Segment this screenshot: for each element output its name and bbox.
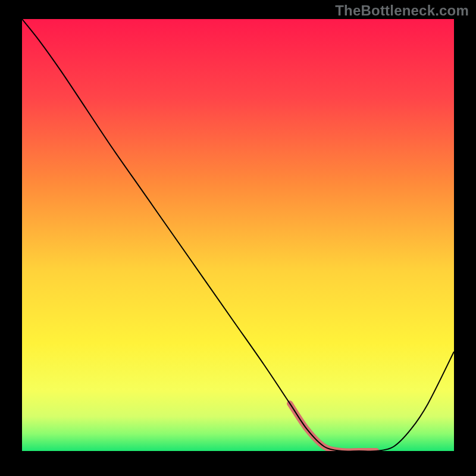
chart-area: [22, 19, 454, 451]
watermark-text: TheBottleneck.com: [335, 2, 469, 19]
chart-background: [22, 19, 454, 451]
